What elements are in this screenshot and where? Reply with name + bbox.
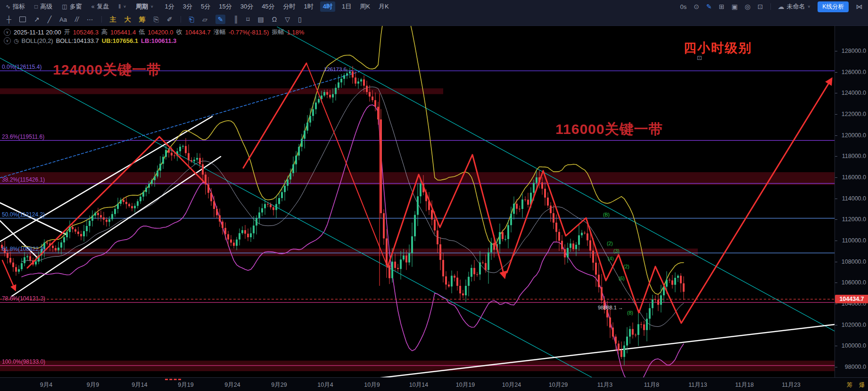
lock-drawings-icon[interactable]: ⌑ bbox=[246, 16, 249, 23]
candle-body bbox=[171, 153, 173, 156]
candle-body bbox=[77, 232, 79, 234]
candle-body bbox=[338, 83, 339, 88]
candle-body bbox=[309, 116, 311, 123]
candle-style-dropdown[interactable]: ‖∨ bbox=[118, 3, 126, 10]
axis-tick bbox=[835, 177, 837, 178]
clipboard-icon[interactable]: ⎗ bbox=[189, 16, 194, 23]
menu-indicator[interactable]: ∿指标 bbox=[6, 2, 25, 11]
candle-body bbox=[598, 275, 600, 287]
candle-body bbox=[578, 235, 580, 245]
trendline-tool-icon[interactable]: ↗ bbox=[34, 16, 40, 23]
date-axis-label: 9月9 bbox=[87, 381, 99, 389]
collapse-icon[interactable]: ∨ bbox=[4, 37, 11, 44]
candle-body bbox=[417, 196, 419, 215]
rectangle-tool-icon[interactable] bbox=[19, 17, 26, 22]
saved-layout-dropdown[interactable]: ☁ 未命名 ∨ bbox=[778, 2, 811, 11]
axis-extra-toggle-2[interactable]: 爆 bbox=[859, 381, 865, 389]
candle-compare-icon[interactable]: ║ bbox=[233, 16, 238, 23]
timeframe-4时[interactable]: 4时 bbox=[320, 1, 335, 12]
candle-body bbox=[216, 209, 218, 215]
ohlc-info-row: ∨ 2025-11-11 20:00 开105246.3 高105441.4 低… bbox=[4, 28, 304, 36]
crossline-tool-icon[interactable]: ╱ bbox=[48, 16, 51, 23]
collapse-icon[interactable]: ∨ bbox=[4, 29, 11, 36]
copy-chart-icon[interactable]: ⎘ bbox=[154, 16, 159, 23]
price-axis-label: 122000.0 bbox=[842, 111, 866, 117]
cyan-trendline[interactable] bbox=[0, 58, 592, 377]
alert-bell-icon[interactable]: ◷ bbox=[14, 38, 18, 44]
dashed-blue-trendline[interactable] bbox=[0, 72, 359, 178]
price-axis-label: 126000.0 bbox=[842, 69, 866, 75]
candle-body bbox=[473, 268, 475, 274]
candle-body bbox=[343, 75, 345, 79]
timeframe-月K[interactable]: 月K bbox=[377, 1, 391, 12]
settings-target-icon[interactable]: ◎ bbox=[745, 3, 751, 10]
red-analysis-line[interactable] bbox=[243, 63, 306, 168]
candle-body bbox=[120, 200, 122, 204]
menu-replay[interactable]: «复盘 bbox=[91, 2, 109, 11]
axis-extra-toggle-1[interactable]: 筹 bbox=[847, 381, 853, 389]
period-dropdown[interactable]: 周期∨ bbox=[136, 2, 154, 11]
candle-body bbox=[434, 219, 436, 230]
main-chart-toggle[interactable]: 主 bbox=[110, 16, 116, 23]
add-pane-icon[interactable]: ⊞ bbox=[719, 3, 725, 10]
menu-advanced[interactable]: □高级 bbox=[34, 2, 52, 11]
candle-body bbox=[544, 189, 546, 198]
snapshot-icon[interactable]: ▣ bbox=[731, 3, 737, 10]
pen-tool-icon-selected[interactable]: ✎ bbox=[215, 15, 226, 24]
chart-pane[interactable]: ∨ 2025-11-11 20:00 开105246.3 高105441.4 低… bbox=[0, 26, 835, 377]
brush-tool-icon[interactable]: ✐ bbox=[167, 16, 173, 23]
timeframe-3分[interactable]: 3分 bbox=[181, 1, 194, 12]
candle-body bbox=[18, 269, 20, 272]
candle-body bbox=[380, 119, 382, 213]
draw-mode-icon[interactable]: ✎ bbox=[706, 3, 712, 10]
timeframe-30分[interactable]: 30分 bbox=[239, 1, 255, 12]
candle-body bbox=[188, 153, 190, 160]
fullscreen-icon[interactable]: ⊡ bbox=[758, 3, 763, 10]
more-tools-icon[interactable]: ⋯ bbox=[87, 16, 93, 23]
candle-body bbox=[250, 233, 252, 237]
pane-expand-icon[interactable]: ⊡ bbox=[697, 54, 702, 61]
candle-body bbox=[386, 239, 388, 266]
trash-icon[interactable]: ▯ bbox=[298, 16, 302, 23]
candle-body bbox=[207, 184, 209, 193]
candle-body bbox=[83, 231, 85, 236]
candle-body bbox=[437, 231, 438, 244]
candle-body bbox=[7, 253, 8, 258]
kline-analyze-button[interactable]: K线分析 bbox=[818, 1, 849, 12]
text-tool-icon[interactable]: Aa bbox=[59, 17, 67, 23]
candle-body bbox=[366, 86, 368, 92]
price-axis[interactable]: 128000.0126000.0124000.0122000.0120000.0… bbox=[835, 26, 868, 377]
candle-body bbox=[103, 217, 105, 220]
filter-icon[interactable]: ▽ bbox=[285, 16, 290, 23]
timeframe-1日[interactable]: 1日 bbox=[340, 1, 353, 12]
large-view-toggle[interactable]: 大 bbox=[124, 16, 131, 23]
red-analysis-line[interactable] bbox=[507, 79, 831, 323]
menubar-right: 0s ⊙ ✎ ⊞ ▣ ◎ ⊡ ☁ 未命名 ∨ K线分析 ⋈ bbox=[680, 1, 868, 12]
red-analysis-line[interactable] bbox=[27, 137, 159, 268]
candle-body bbox=[222, 222, 223, 228]
layout-name: 未命名 bbox=[787, 2, 805, 11]
timeframe-分时[interactable]: 分时 bbox=[281, 1, 298, 12]
parallel-channel-tool-icon[interactable]: // bbox=[75, 16, 79, 23]
candle-body bbox=[196, 158, 198, 160]
divider bbox=[770, 3, 771, 10]
time-axis[interactable]: 9月49月99月149月199月249月2910月410月910月1410月19… bbox=[0, 377, 868, 391]
magnet-icon[interactable]: Ω bbox=[272, 16, 277, 23]
timeframe-5分[interactable]: 5分 bbox=[199, 1, 212, 12]
timeframe-15分[interactable]: 15分 bbox=[217, 1, 233, 12]
fib-level-label: 50.0%(112124.2) bbox=[2, 211, 45, 218]
share-icon[interactable]: ⋈ bbox=[856, 3, 862, 10]
timeframe-45分[interactable]: 45分 bbox=[260, 1, 276, 12]
menu-multiwindow[interactable]: ◫多窗 bbox=[62, 2, 82, 11]
annotation-timeframe: 四小时级别 bbox=[684, 40, 752, 57]
timeframe-1分[interactable]: 1分 bbox=[163, 1, 176, 12]
candle-body bbox=[635, 335, 637, 335]
candle-body bbox=[564, 249, 566, 257]
timeframe-周K[interactable]: 周K bbox=[358, 1, 372, 12]
notes-icon[interactable]: ▤ bbox=[258, 16, 264, 23]
camera-icon[interactable]: ⊙ bbox=[694, 3, 699, 10]
chips-toggle[interactable]: 筹 bbox=[139, 16, 146, 23]
timeframe-1时[interactable]: 1时 bbox=[302, 1, 315, 12]
ruler-icon[interactable]: ▱ bbox=[202, 16, 207, 23]
crosshair-tool-icon[interactable]: ┼ bbox=[7, 16, 11, 23]
